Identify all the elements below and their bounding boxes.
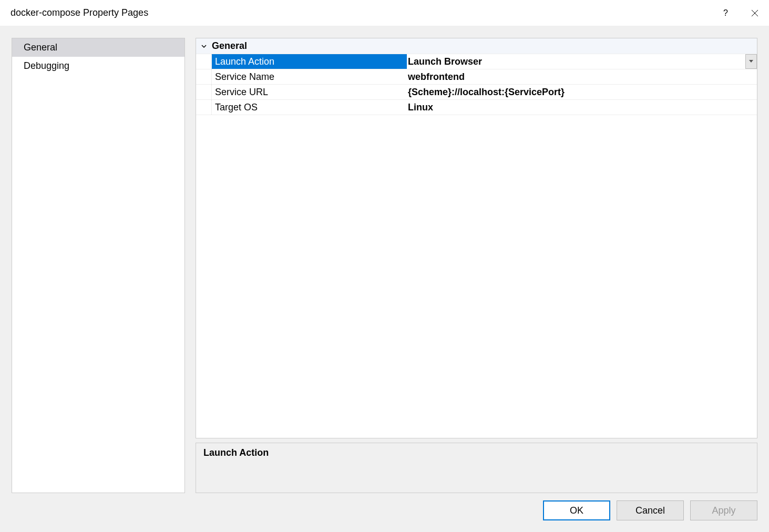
property-gutter [196, 100, 212, 115]
property-grid: General Launch Action Launch Browser [196, 38, 757, 438]
window-controls: ? [711, 0, 769, 26]
property-gutter [196, 54, 212, 69]
chevron-down-icon [749, 60, 753, 63]
property-value-cell[interactable]: {Scheme}://localhost:{ServicePort} [407, 85, 757, 99]
chevron-down-icon [201, 43, 207, 49]
property-value-cell[interactable]: Linux [407, 100, 757, 115]
property-row-service-url[interactable]: Service URL {Scheme}://localhost:{Servic… [196, 85, 757, 100]
property-label: Target OS [212, 100, 407, 115]
property-dropdown-button[interactable] [745, 54, 757, 69]
close-button[interactable] [740, 0, 769, 26]
property-group-header[interactable]: General [196, 38, 757, 54]
property-row-service-name[interactable]: Service Name webfrontend [196, 69, 757, 85]
apply-button[interactable]: Apply [690, 500, 757, 520]
property-value: webfrontend [407, 71, 465, 83]
help-button[interactable]: ? [711, 0, 740, 26]
property-value: Launch Browser [407, 56, 482, 67]
expand-collapse-button[interactable] [196, 43, 212, 49]
property-label: Service Name [212, 69, 407, 84]
close-icon [751, 9, 758, 17]
property-row-launch-action[interactable]: Launch Action Launch Browser [196, 54, 757, 69]
button-label: OK [570, 505, 583, 516]
window-title: docker-compose Property Pages [11, 7, 148, 18]
property-value-cell[interactable]: webfrontend [407, 69, 757, 84]
cancel-button[interactable]: Cancel [617, 500, 684, 520]
category-sidebar: General Debugging [12, 38, 185, 493]
sidebar-item-label: Debugging [24, 60, 69, 71]
sidebar-item-general[interactable]: General [12, 38, 184, 57]
property-value: {Scheme}://localhost:{ServicePort} [407, 87, 565, 98]
dialog-button-row: OK Cancel Apply [12, 493, 757, 520]
titlebar: docker-compose Property Pages ? [0, 0, 769, 26]
property-value: Linux [407, 102, 433, 113]
property-row-target-os[interactable]: Target OS Linux [196, 100, 757, 115]
property-gutter [196, 85, 212, 99]
help-icon: ? [723, 8, 728, 18]
content-row: General Debugging General Launch Action [12, 38, 757, 493]
description-title: Launch Action [203, 447, 750, 458]
property-label: Launch Action [212, 54, 407, 69]
ok-button[interactable]: OK [543, 500, 610, 520]
main-panel: General Launch Action Launch Browser [196, 38, 757, 493]
sidebar-item-label: General [24, 42, 57, 53]
sidebar-item-debugging[interactable]: Debugging [12, 57, 184, 75]
button-label: Apply [712, 505, 735, 516]
dialog-body: General Debugging General Launch Action [0, 26, 769, 532]
property-group-title: General [212, 40, 247, 52]
property-label: Service URL [212, 85, 407, 99]
property-value-cell[interactable]: Launch Browser [407, 54, 757, 69]
property-gutter [196, 69, 212, 84]
description-panel: Launch Action [196, 443, 757, 493]
button-label: Cancel [635, 505, 665, 516]
